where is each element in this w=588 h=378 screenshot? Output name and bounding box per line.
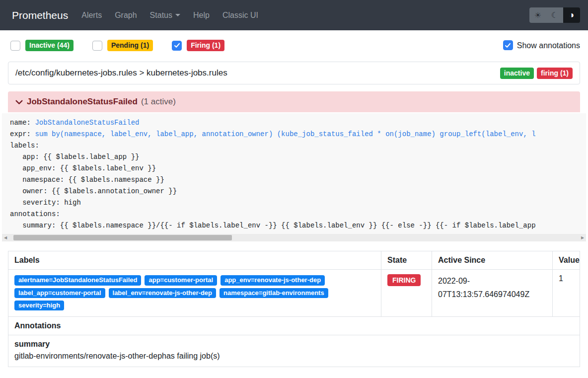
main-nav: AlertsGraphStatusHelpClassic UI — [75, 7, 265, 24]
rule-group-title: /etc/config/kubernetes-jobs.rules > kube… — [15, 68, 227, 78]
rule-definition-block: name: JobStandaloneStatusFailed expr: su… — [2, 113, 586, 241]
state-filters: Inactive (44)Pending (1)Firing (1) — [10, 40, 243, 51]
alert-label-badge: label_app=customer-portal — [14, 288, 105, 298]
light-theme-icon: ☀ — [534, 10, 541, 20]
filter-firing: Firing (1) — [172, 40, 224, 51]
column-header-labels: Labels — [8, 251, 381, 270]
auto-theme-icon: ◑ — [569, 10, 575, 20]
alert-label-badge: severity=high — [14, 301, 64, 310]
annotation-key: summary — [14, 340, 574, 349]
theme-toggle-group: ☀☾◑ — [529, 7, 580, 23]
alert-label-badge: alertname=JobStandaloneStatusFailed — [14, 275, 141, 285]
show-annotations-checkbox[interactable] — [503, 40, 513, 50]
scroll-left-icon[interactable]: ◀ — [2, 234, 9, 241]
annotation-value: gitlab-environments/renovate-js-other-de… — [14, 350, 574, 362]
alert-active-since-cell: 2022-09-07T13:13:57.646974049Z — [432, 270, 553, 317]
scroll-right-icon[interactable]: ▶ — [579, 234, 586, 241]
column-header-value: Value — [553, 251, 580, 270]
nav-item-graph[interactable]: Graph — [108, 7, 143, 24]
alert-rule-name: JobStandaloneStatusFailed — [27, 97, 138, 107]
prometheus-brand[interactable]: Prometheus — [12, 9, 68, 21]
chevron-down-icon — [175, 14, 180, 16]
alert-active-count: (1 active) — [141, 97, 176, 107]
alerts-table-header-row: LabelsStateActive SinceValue — [8, 251, 580, 270]
nav-item-classic-ui[interactable]: Classic UI — [216, 7, 265, 24]
nav-item-help[interactable]: Help — [187, 7, 216, 24]
alerts-table: LabelsStateActive SinceValue alertname=J… — [8, 251, 580, 367]
alert-label-badge: label_env=renovate-js-other-dep — [109, 288, 216, 298]
filter-inactive: Inactive (44) — [10, 40, 74, 51]
rule-group-badges: inactivefiring (1) — [500, 68, 573, 79]
annotations-title: Annotations — [8, 317, 580, 335]
group-status-badge: inactive — [500, 68, 534, 79]
light-theme-button[interactable]: ☀ — [529, 7, 546, 23]
annotations-header-row: Annotations — [8, 317, 580, 335]
scrollbar-thumb[interactable] — [13, 235, 232, 240]
alert-labels-cell: alertname=JobStandaloneStatusFailedapp=c… — [8, 270, 381, 317]
nav-item-alerts[interactable]: Alerts — [75, 7, 108, 24]
annotation-cell: summarygitlab-environments/renovate-js-o… — [8, 335, 580, 367]
alert-label-badge: namespace=gitlab-environments — [220, 288, 328, 298]
page-content: Inactive (44)Pending (1)Firing (1) Show … — [0, 40, 588, 367]
filter-row: Inactive (44)Pending (1)Firing (1) Show … — [8, 40, 580, 51]
firing-state-badge: FIRING — [387, 274, 421, 286]
filter-badge[interactable]: Inactive (44) — [25, 40, 74, 51]
alert-label-badge: app=customer-portal — [145, 275, 217, 285]
filter-badge[interactable]: Pending (1) — [107, 40, 153, 51]
show-annotations-toggle: Show annotations — [503, 40, 580, 51]
alert-rule-header[interactable]: JobStandaloneStatusFailed (1 active) — [8, 91, 580, 112]
filter-checkbox-pending[interactable] — [92, 41, 102, 51]
column-header-active-since: Active Since — [432, 251, 553, 270]
chevron-down-icon — [15, 98, 23, 106]
rule-group-card: /etc/config/kubernetes-jobs.rules > kube… — [8, 62, 580, 84]
rule-expr-link[interactable]: JobStandaloneStatusFailed — [35, 119, 139, 127]
annotation-row: summarygitlab-environments/renovate-js-o… — [8, 335, 580, 367]
column-header-state: State — [381, 251, 432, 270]
alert-label-badge: app_env=renovate-js-other-dep — [220, 275, 325, 285]
group-status-badge: firing (1) — [537, 68, 573, 79]
show-annotations-label: Show annotations — [517, 41, 580, 50]
auto-theme-button[interactable]: ◑ — [563, 7, 580, 23]
filter-checkbox-inactive[interactable] — [10, 41, 20, 51]
filter-badge[interactable]: Firing (1) — [187, 40, 224, 51]
navbar: Prometheus AlertsGraphStatusHelpClassic … — [0, 0, 588, 30]
dark-theme-button[interactable]: ☾ — [546, 7, 563, 23]
alert-state-cell: FIRING — [381, 270, 432, 317]
nav-item-status[interactable]: Status — [144, 7, 187, 24]
filter-pending: Pending (1) — [92, 40, 153, 51]
horizontal-scrollbar[interactable]: ◀ ▶ — [2, 234, 586, 241]
filter-checkbox-firing[interactable] — [172, 41, 182, 51]
alert-instance-row: alertname=JobStandaloneStatusFailedapp=c… — [8, 270, 580, 317]
rule-yaml: name: JobStandaloneStatusFailed expr: su… — [2, 113, 586, 234]
alert-value-cell: 1 — [553, 270, 580, 317]
rule-expr-link[interactable]: sum by(namespace, label_env, label_app, … — [35, 130, 535, 138]
dark-theme-icon: ☾ — [551, 10, 558, 20]
